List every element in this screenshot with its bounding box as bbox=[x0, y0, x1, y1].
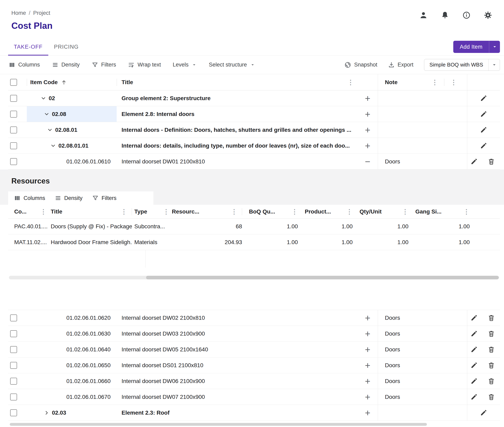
breadcrumb-project-link[interactable]: Project bbox=[33, 9, 50, 17]
chevron-down-icon[interactable] bbox=[40, 95, 47, 102]
chevron-down-icon[interactable] bbox=[47, 127, 53, 133]
column-header-resource-type[interactable]: Type⋮ bbox=[132, 205, 170, 218]
pencil-icon[interactable] bbox=[470, 346, 478, 353]
chevron-down-icon[interactable] bbox=[50, 143, 56, 149]
page-horizontal-scrollbar[interactable] bbox=[10, 423, 427, 426]
item-title-cell: Group element 2: Superstructure bbox=[117, 91, 357, 106]
row-checkbox[interactable] bbox=[10, 111, 17, 118]
resources-density-button[interactable]: Density bbox=[54, 195, 83, 202]
boq-structure-select[interactable]: Simple BOQ with WBS bbox=[424, 59, 500, 71]
row-expand-button[interactable]: + bbox=[365, 329, 371, 338]
trash-icon[interactable] bbox=[488, 330, 495, 337]
breadcrumb-home-link[interactable]: Home bbox=[11, 9, 26, 17]
resources-scrollbar-track[interactable] bbox=[9, 276, 499, 279]
add-item-button[interactable]: Add Item bbox=[453, 41, 489, 53]
resources-scrollbar-thumb[interactable] bbox=[146, 276, 499, 279]
pencil-icon[interactable] bbox=[480, 126, 487, 134]
pencil-icon[interactable] bbox=[480, 110, 487, 118]
pencil-icon[interactable] bbox=[470, 377, 478, 385]
row-expand-button[interactable]: + bbox=[365, 392, 371, 402]
resources-columns-button[interactable]: Columns bbox=[14, 195, 45, 202]
column-header-resource-qty[interactable]: Resourc...⋮ bbox=[170, 205, 247, 218]
trash-icon[interactable] bbox=[488, 314, 495, 321]
row-expand-button[interactable]: + bbox=[365, 125, 371, 135]
trash-icon[interactable] bbox=[488, 158, 495, 165]
wrap-text-button[interactable]: Wrap text bbox=[128, 61, 161, 68]
row-checkbox[interactable] bbox=[10, 142, 17, 149]
row-checkbox[interactable] bbox=[10, 95, 17, 102]
select-all-checkbox[interactable] bbox=[10, 79, 17, 86]
notifications-bell-icon[interactable] bbox=[441, 11, 449, 19]
pencil-icon[interactable] bbox=[470, 314, 478, 321]
chevron-right-icon[interactable] bbox=[43, 410, 50, 416]
snapshot-button[interactable]: Snapshot bbox=[344, 61, 377, 68]
filters-button[interactable]: Filters bbox=[92, 61, 116, 68]
row-expand-button[interactable]: + bbox=[365, 94, 371, 103]
row-checkbox[interactable] bbox=[10, 158, 17, 165]
column-menu-icon[interactable]: ⋮ bbox=[291, 208, 298, 215]
column-menu-icon[interactable]: ⋮ bbox=[450, 79, 457, 85]
tab-take-off[interactable]: TAKE-OFF bbox=[8, 44, 48, 55]
row-expand-button[interactable]: + bbox=[365, 361, 371, 370]
column-header-productivity[interactable]: Product...⋮ bbox=[302, 205, 357, 218]
column-header-gang-size[interactable]: Gang Si...⋮ bbox=[413, 205, 474, 218]
pencil-icon[interactable] bbox=[470, 393, 478, 401]
trash-icon[interactable] bbox=[488, 377, 495, 385]
column-header-note[interactable]: Note ⋮ ⋮ bbox=[378, 74, 467, 90]
pencil-icon[interactable] bbox=[470, 330, 478, 337]
row-checkbox[interactable] bbox=[10, 362, 17, 369]
trash-icon[interactable] bbox=[488, 361, 495, 369]
column-menu-icon[interactable]: ⋮ bbox=[347, 79, 354, 85]
column-menu-icon[interactable]: ⋮ bbox=[402, 208, 408, 215]
pencil-icon[interactable] bbox=[480, 94, 487, 102]
row-checkbox[interactable] bbox=[10, 314, 17, 321]
sort-ascending-icon[interactable] bbox=[61, 79, 67, 85]
add-item-caret-button[interactable] bbox=[489, 41, 500, 53]
resources-filters-button[interactable]: Filters bbox=[92, 195, 117, 202]
column-header-resource-title[interactable]: Title⋮ bbox=[47, 205, 132, 218]
column-menu-icon[interactable]: ⋮ bbox=[121, 208, 127, 215]
row-expand-button[interactable]: + bbox=[365, 408, 371, 418]
pencil-icon[interactable] bbox=[480, 409, 487, 416]
row-checkbox[interactable] bbox=[10, 378, 17, 385]
column-menu-icon[interactable]: ⋮ bbox=[231, 208, 237, 215]
column-menu-icon[interactable]: ⋮ bbox=[346, 208, 353, 215]
column-header-title[interactable]: Title ⋮ bbox=[117, 74, 357, 90]
row-checkbox[interactable] bbox=[10, 409, 17, 416]
column-menu-icon[interactable]: ⋮ bbox=[40, 208, 47, 215]
pencil-icon[interactable] bbox=[480, 142, 487, 149]
export-button[interactable]: Export bbox=[388, 61, 413, 68]
row-checkbox[interactable] bbox=[10, 394, 17, 400]
row-checkbox[interactable] bbox=[10, 346, 17, 353]
pencil-icon[interactable] bbox=[470, 158, 478, 165]
row-expand-button[interactable]: + bbox=[365, 376, 371, 386]
row-expand-button[interactable]: + bbox=[365, 313, 371, 323]
row-checkbox[interactable] bbox=[10, 330, 17, 337]
settings-gear-icon[interactable] bbox=[484, 11, 492, 19]
boq-row: 02.08 Element 2.8: Internal doors + bbox=[8, 106, 500, 122]
trash-icon[interactable] bbox=[488, 346, 495, 353]
boq-structure-caret-button[interactable] bbox=[488, 59, 500, 70]
chevron-down-icon[interactable] bbox=[43, 111, 50, 117]
row-checkbox[interactable] bbox=[10, 127, 17, 133]
column-header-qty-unit[interactable]: Qty/Unit⋮ bbox=[357, 205, 413, 218]
row-expand-button[interactable]: + bbox=[365, 109, 371, 119]
column-header-item-code[interactable]: Item Code bbox=[27, 74, 117, 90]
column-header-resource-code[interactable]: Co...⋮ bbox=[8, 205, 47, 218]
pencil-icon[interactable] bbox=[470, 361, 478, 369]
column-menu-icon[interactable]: ⋮ bbox=[163, 208, 170, 215]
column-menu-icon[interactable]: ⋮ bbox=[463, 208, 470, 215]
info-icon[interactable] bbox=[462, 11, 471, 19]
column-header-boq-qty[interactable]: BoQ Qu...⋮ bbox=[247, 205, 302, 218]
levels-dropdown[interactable]: Levels bbox=[173, 62, 197, 68]
row-collapse-button[interactable]: − bbox=[365, 157, 371, 166]
tab-pricing[interactable]: PRICING bbox=[48, 44, 85, 55]
row-expand-button[interactable]: + bbox=[365, 345, 371, 354]
density-button[interactable]: Density bbox=[52, 61, 80, 68]
user-icon[interactable] bbox=[419, 11, 428, 19]
column-menu-icon[interactable]: ⋮ bbox=[432, 79, 438, 85]
columns-button[interactable]: Columns bbox=[8, 61, 40, 68]
trash-icon[interactable] bbox=[488, 393, 495, 401]
select-structure-dropdown[interactable]: Select structure bbox=[209, 62, 256, 68]
row-expand-button[interactable]: + bbox=[365, 141, 371, 151]
